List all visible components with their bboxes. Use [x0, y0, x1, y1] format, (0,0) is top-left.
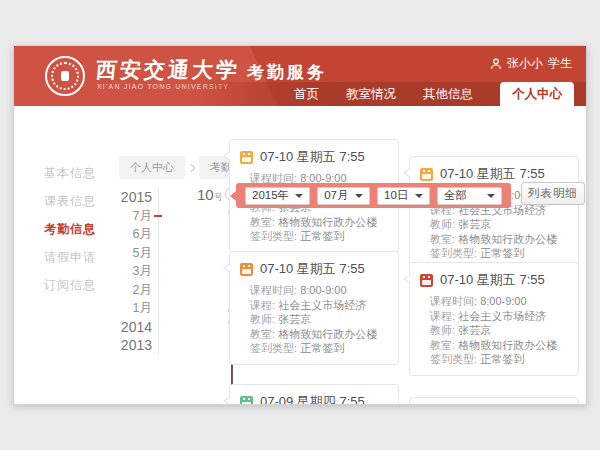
card-detail-row: 签到类型: 正常签到	[250, 341, 390, 356]
chevron-down-icon	[295, 194, 303, 198]
card-detail-row: 教室: 格物致知行政办公楼	[430, 232, 570, 247]
nav-tab-个人中心[interactable]: 个人中心	[500, 82, 574, 106]
card-date: 07-10 星期五 7:55	[260, 260, 365, 278]
app-window: 西安交通大学 XI'AN JIAO TONG UNIVERSITY 考勤服务 张…	[13, 45, 587, 405]
card-detail-row: 教师: 张芸京	[430, 217, 570, 232]
detail-label: 签到类型:	[430, 353, 480, 365]
month-nav-label: 2014	[121, 319, 152, 335]
filter-dropdown-value: 10日	[384, 188, 408, 203]
logo-emblem	[61, 71, 69, 81]
card-body: 课程时间: 8:00-9:00课程: 社会主义市场经济教师: 张芸京教室: 格物…	[410, 292, 578, 375]
detail-label: 课程:	[250, 299, 278, 311]
card-body: 课程时间: 8:00-9:00课程: 社会主义市场经济教师: 张芸京教室: 格物…	[230, 169, 398, 252]
sidebar-item-label: 订阅信息	[44, 278, 96, 292]
current-month-tick	[154, 215, 162, 217]
detail-label: 课程时间:	[430, 295, 480, 307]
card-detail-row: 课程时间: 8:00-9:00	[250, 283, 390, 298]
app-title: 考勤服务	[247, 61, 327, 84]
user-info[interactable]: 张小小 学生	[490, 55, 572, 72]
timeline-month-nav: 2015 7月 6月 5月 3月 2月 1月 2014 2013	[109, 188, 159, 355]
detail-value: 正常签到	[480, 247, 524, 259]
month-nav-item[interactable]: 7月	[109, 207, 152, 226]
card-date: 07-10 星期五 7:55	[440, 271, 545, 289]
detail-value: 格物致知行政办公楼	[278, 328, 377, 340]
month-nav-item[interactable]: 2013	[109, 336, 152, 355]
filter-dropdown-value: 2015年	[252, 188, 289, 203]
person-icon	[490, 58, 502, 70]
filter-dropdown-value: 全部	[444, 188, 467, 203]
detail-value: 正常签到	[300, 342, 344, 354]
filter-dropdown-type[interactable]: 全部	[437, 187, 502, 205]
chevron-right-icon	[187, 163, 195, 171]
card-header: 07-10 星期五 7:55	[410, 263, 578, 292]
month-nav-label: 2月	[133, 283, 152, 297]
detail-value: 格物致知行政办公楼	[458, 233, 557, 245]
attendance-card: 07-10 星期五 7:55 课程时间: 8:00-9:00课程: 社会主义市场…	[409, 262, 579, 376]
card-detail-row: 教师: 张芸京	[250, 312, 390, 327]
card-body	[410, 398, 578, 405]
month-nav-item[interactable]: 2015	[109, 188, 152, 207]
breadcrumb-item[interactable]: 个人中心	[119, 156, 185, 179]
month-nav-label: 7月	[133, 209, 152, 223]
month-nav-label: 5月	[133, 246, 152, 260]
user-name: 张小小	[507, 55, 543, 72]
month-nav-item[interactable]: 6月	[109, 225, 152, 244]
detail-label: 签到类型:	[250, 230, 300, 242]
detail-label: 教室:	[250, 328, 278, 340]
detail-value: 社会主义市场经济	[458, 310, 546, 322]
detail-label: 教室:	[430, 339, 458, 351]
app-header: 西安交通大学 XI'AN JIAO TONG UNIVERSITY 考勤服务 张…	[14, 46, 586, 106]
attendance-card	[409, 397, 579, 405]
detail-value: 正常签到	[300, 230, 344, 242]
detail-label: 课程时间:	[250, 284, 300, 296]
nav-tab-教室情况[interactable]: 教室情况	[346, 82, 396, 106]
detail-label: 课程:	[430, 310, 458, 322]
detail-value: 张芸京	[458, 218, 491, 230]
month-nav-item[interactable]: 2014	[109, 318, 152, 337]
nav-tab-label: 个人中心	[512, 87, 562, 101]
nav-tab-label: 教室情况	[346, 87, 396, 101]
main-nav: 首页 教室情况 其他信息 个人中心	[14, 82, 586, 106]
attendance-card: 07-09 星期四 7:55 课程时间: 8:00-9:00课程: 社会主义市场…	[229, 384, 399, 405]
card-detail-row: 教室: 格物致知行政办公楼	[250, 215, 390, 230]
detail-label: 签到类型:	[250, 342, 300, 354]
list-detail-button[interactable]: 列表明细	[521, 182, 585, 205]
month-nav-item[interactable]: 1月	[109, 299, 152, 318]
day-number: 10	[197, 186, 214, 203]
card-header: 07-10 星期五 7:55	[230, 252, 398, 281]
card-detail-row: 教师: 张芸京	[430, 323, 570, 338]
month-nav-item[interactable]: 5月	[109, 244, 152, 263]
user-role: 学生	[548, 55, 572, 72]
filter-dropdown-day[interactable]: 10日	[377, 187, 430, 205]
filter-dropdown-year[interactable]: 2015年	[245, 187, 310, 205]
nav-tab-label: 首页	[294, 87, 319, 101]
sidebar-item-基本信息[interactable]: 基本信息	[44, 159, 126, 187]
detail-value: 社会主义市场经济	[278, 299, 366, 311]
sidebar-item-label: 课表信息	[44, 194, 96, 208]
month-nav-label: 2013	[121, 337, 152, 353]
chevron-down-icon	[415, 194, 423, 198]
detail-value: 8:00-9:00	[300, 284, 346, 296]
day-marker: 10号	[197, 186, 223, 204]
detail-value: 格物致知行政办公楼	[278, 216, 377, 228]
detail-label: 教师:	[250, 313, 278, 325]
month-nav-item[interactable]: 3月	[109, 262, 152, 281]
card-detail-row: 签到类型: 正常签到	[430, 352, 570, 367]
month-nav-label: 6月	[133, 227, 152, 241]
card-date: 07-10 星期五 7:55	[260, 148, 365, 166]
month-nav-item[interactable]: 2月	[109, 281, 152, 300]
detail-label: 教室:	[250, 216, 278, 228]
card-detail-row: 教室: 格物致知行政办公楼	[250, 327, 390, 342]
detail-value: 格物致知行政办公楼	[458, 339, 557, 351]
nav-tab-首页[interactable]: 首页	[294, 82, 319, 106]
month-nav-label: 3月	[133, 264, 152, 278]
filter-dropdown-month[interactable]: 07月	[317, 187, 370, 205]
detail-value: 正常签到	[480, 353, 524, 365]
breadcrumb-segment: 个人中心	[119, 156, 199, 179]
detail-label: 教师:	[430, 218, 458, 230]
university-name-cn: 西安交通大学	[95, 56, 242, 84]
nav-tab-其他信息[interactable]: 其他信息	[423, 82, 473, 106]
detail-value: 8:00-9:00	[480, 295, 526, 307]
card-detail-row: 签到类型: 正常签到	[430, 246, 570, 261]
card-detail-row: 教室: 格物致知行政办公楼	[430, 338, 570, 353]
